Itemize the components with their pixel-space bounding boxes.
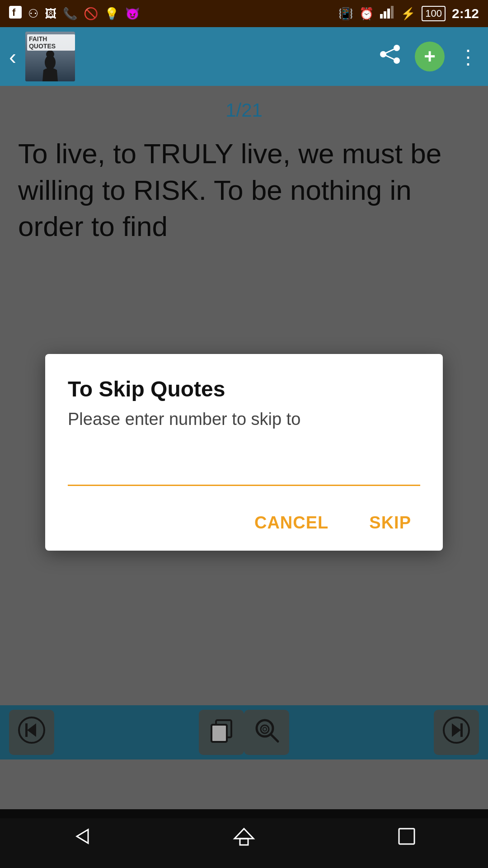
svg-rect-5	[391, 6, 394, 19]
bolt-icon: ⚡	[401, 7, 415, 21]
main-content: 1/21 To live, to TRULY live, we must be …	[0, 86, 488, 818]
svg-line-13	[383, 54, 397, 61]
battery-indicator: 100	[422, 6, 446, 21]
dialog-overlay: To Skip Quotes Please enter number to sk…	[0, 86, 488, 818]
facebook-icon: f	[9, 6, 22, 22]
vibrate-icon: 📳	[338, 7, 353, 21]
recents-system-icon[interactable]	[395, 825, 418, 853]
skip-button[interactable]: SKIP	[360, 509, 420, 537]
dialog-input-wrapper	[68, 456, 420, 486]
whatsapp-icon: 📞	[63, 7, 77, 21]
back-system-icon[interactable]	[70, 825, 93, 853]
status-time: 2:12	[452, 6, 479, 21]
app-header: ‹ FAITH QUOTES	[0, 27, 488, 86]
svg-line-12	[383, 48, 397, 54]
svg-rect-3	[384, 11, 386, 19]
image-icon: 🖼	[45, 7, 56, 21]
thumbnail-label: FAITH QUOTES	[27, 34, 75, 51]
signal-icon	[380, 6, 394, 22]
svg-marker-27	[77, 830, 88, 843]
home-system-icon[interactable]	[233, 825, 255, 853]
skip-number-input[interactable]	[68, 456, 420, 486]
alarm-icon: ⏰	[359, 7, 374, 21]
svg-text:f: f	[12, 7, 16, 18]
svg-rect-4	[387, 9, 390, 19]
dialog-subtitle: Please enter number to skip to	[68, 410, 420, 429]
status-icons-right: 📳 ⏰ ⚡ 100 2:12	[338, 6, 479, 22]
header-actions: + ⋮	[379, 42, 479, 71]
usb-icon: ⚇	[28, 7, 38, 21]
bulb-icon: 💡	[104, 7, 119, 21]
share-icon[interactable]	[379, 44, 401, 69]
back-button[interactable]: ‹	[9, 44, 16, 69]
svg-rect-30	[399, 829, 414, 844]
status-icons-left: f ⚇ 🖼 📞 🚫 💡 😈	[9, 6, 140, 22]
dialog-title: To Skip Quotes	[68, 377, 420, 401]
skip-dialog: To Skip Quotes Please enter number to sk…	[45, 354, 443, 551]
app-thumbnail: FAITH QUOTES	[25, 32, 75, 81]
svg-rect-29	[240, 839, 248, 845]
svg-rect-2	[380, 14, 383, 19]
svg-marker-28	[235, 829, 253, 839]
more-options-icon[interactable]: ⋮	[458, 45, 479, 68]
add-button[interactable]: +	[415, 42, 445, 71]
dialog-buttons: CANCEL SKIP	[68, 509, 420, 537]
compass-icon: 🚫	[84, 7, 98, 21]
status-bar: f ⚇ 🖼 📞 🚫 💡 😈 📳 ⏰ ⚡ 100 2:12	[0, 0, 488, 27]
svg-point-8	[46, 50, 54, 58]
devil-icon: 😈	[125, 7, 140, 21]
cancel-button[interactable]: CANCEL	[245, 509, 338, 537]
